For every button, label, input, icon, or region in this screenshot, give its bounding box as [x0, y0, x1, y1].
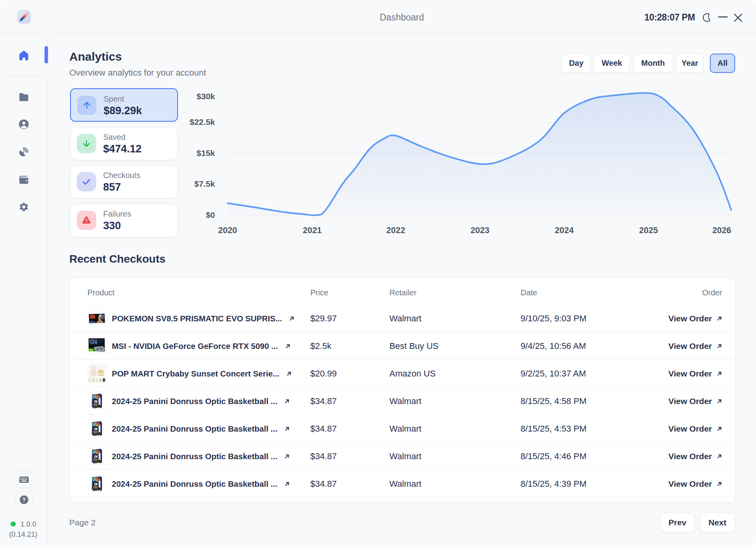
svg-text:$22.5k: $22.5k [190, 117, 215, 126]
svg-text:$15k: $15k [196, 148, 215, 158]
svg-text:2025: 2025 [639, 226, 658, 235]
svg-text:2020: 2020 [218, 226, 237, 235]
svg-text:$0: $0 [206, 210, 215, 219]
svg-text:2022: 2022 [386, 226, 405, 235]
svg-text:2024: 2024 [555, 226, 574, 235]
svg-text:2026: 2026 [712, 226, 731, 235]
svg-text:?: ? [22, 497, 26, 503]
svg-text:$30k: $30k [196, 92, 215, 101]
svg-text:2023: 2023 [471, 226, 489, 235]
svg-text:2021: 2021 [303, 226, 322, 235]
svg-text:$7.5k: $7.5k [194, 179, 215, 188]
